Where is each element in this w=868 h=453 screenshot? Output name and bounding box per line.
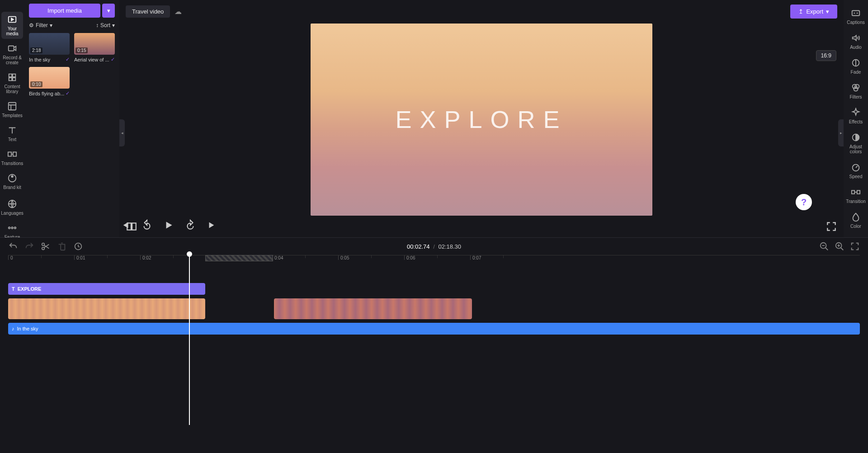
timeline-tracks: T EXPLORE ♪ In the sky xyxy=(8,265,860,335)
svg-rect-17 xyxy=(132,223,136,230)
split-button[interactable] xyxy=(41,241,51,251)
canvas-overlay-text: EXPLORE xyxy=(395,105,567,133)
prop-audio[interactable]: Audio xyxy=(845,29,867,53)
adjust-icon xyxy=(851,132,861,142)
collapse-left-panel[interactable]: ◂ xyxy=(119,119,125,146)
svg-rect-6 xyxy=(9,103,16,110)
svg-rect-2 xyxy=(9,74,12,77)
rail-label: Templates xyxy=(2,113,23,118)
media-item[interactable]: 0:10 Birds flying ab...✓ xyxy=(29,67,70,96)
svg-rect-3 xyxy=(13,74,15,77)
media-item[interactable]: 0:15 Aerial view of ...✓ xyxy=(74,33,115,62)
color-icon xyxy=(851,212,861,222)
media-thumbnail: 2:18 xyxy=(29,33,70,55)
sidebar-item-templates[interactable]: Templates xyxy=(1,99,23,121)
media-title: In the sky xyxy=(29,57,50,62)
aspect-ratio-badge[interactable]: 16:9 xyxy=(816,50,836,61)
prop-fade[interactable]: Fade xyxy=(845,54,867,78)
brand-icon xyxy=(7,173,17,183)
rail-label: Record & create xyxy=(1,55,23,65)
rail-label: Brand kit xyxy=(3,185,21,190)
compare-icon[interactable] xyxy=(126,221,137,232)
zoom-fit-button[interactable] xyxy=(850,241,860,251)
media-title: Birds flying ab... xyxy=(29,91,64,96)
audio-detach-button[interactable] xyxy=(73,241,83,251)
ruler-mark: 0:04 xyxy=(272,255,283,260)
svg-rect-8 xyxy=(13,152,16,156)
delete-button[interactable] xyxy=(57,241,67,251)
text-clip[interactable]: T EXPLORE xyxy=(8,283,205,295)
speed-icon xyxy=(851,162,861,172)
prop-speed[interactable]: Speed xyxy=(845,159,867,183)
sidebar-item-brand-kit[interactable]: Brand kit xyxy=(1,170,23,193)
flag-icon xyxy=(7,223,17,233)
playhead[interactable] xyxy=(189,255,190,425)
effects-icon xyxy=(851,108,861,118)
sidebar-item-languages[interactable]: Languages xyxy=(1,196,23,218)
skip-forward-button[interactable] xyxy=(206,219,218,231)
video-track xyxy=(8,298,860,319)
sidebar-item-record-create[interactable]: Record & create xyxy=(1,41,23,68)
filters-icon xyxy=(851,83,861,93)
text-track: T EXPLORE xyxy=(8,283,860,295)
video-canvas[interactable]: EXPLORE xyxy=(311,24,652,216)
svg-rect-5 xyxy=(13,78,15,80)
svg-point-24 xyxy=(853,165,859,171)
play-button[interactable] xyxy=(163,219,175,231)
redo-button[interactable] xyxy=(24,241,34,251)
captions-icon xyxy=(851,8,861,18)
prop-color[interactable]: Color xyxy=(845,208,867,232)
chevron-down-icon: ▾ xyxy=(826,8,829,15)
video-clip-2[interactable] xyxy=(274,298,472,319)
svg-rect-26 xyxy=(857,190,860,193)
check-icon: ✓ xyxy=(66,57,70,62)
export-button[interactable]: ↥ Export ▾ xyxy=(790,5,837,19)
svg-rect-4 xyxy=(9,78,12,80)
sidebar-item-text[interactable]: Text xyxy=(1,123,23,145)
prop-adjust-colors[interactable]: Adjust colors xyxy=(845,129,867,158)
total-time: 02:18.30 xyxy=(438,243,461,250)
music-icon: ♪ xyxy=(12,326,14,331)
gap-indicator[interactable] xyxy=(205,255,273,261)
sidebar-item-transitions[interactable]: Transitions xyxy=(1,146,23,169)
undo-button[interactable] xyxy=(8,241,18,251)
prop-captions[interactable]: Captions xyxy=(845,5,867,28)
sort-button[interactable]: ↕ Sort ▾ xyxy=(96,22,115,28)
prop-transition[interactable]: Transition xyxy=(845,184,867,208)
prop-label: Color xyxy=(850,224,861,229)
ruler-mark: 0:02 xyxy=(140,255,151,260)
zoom-in-button[interactable] xyxy=(835,241,844,251)
audio-clip[interactable]: ♪ In the sky xyxy=(8,323,860,335)
media-panel: Import media ▾ ⚙ Filter ▾ ↕ Sort ▾ 2:18 … xyxy=(24,0,119,237)
text-icon xyxy=(7,125,17,135)
ruler-mark: 0 xyxy=(8,255,13,260)
filter-label: Filter xyxy=(36,22,48,28)
svg-point-14 xyxy=(14,227,16,229)
video-clip-1[interactable] xyxy=(8,298,205,319)
filter-button[interactable]: ⚙ Filter ▾ xyxy=(29,22,52,28)
forward-button[interactable] xyxy=(184,219,196,231)
sidebar-item-content-library[interactable]: Content library xyxy=(1,70,23,97)
timeline-section: 00:02.74 / 02:18.30 00:010:020:030:040:0… xyxy=(0,237,868,453)
prop-effects[interactable]: Effects xyxy=(845,104,867,128)
templates-icon xyxy=(7,101,17,111)
import-media-dropdown[interactable]: ▾ xyxy=(102,4,115,18)
timeline-ruler[interactable]: 00:010:020:030:040:050:060:07 xyxy=(8,255,860,265)
prop-filters[interactable]: Filters xyxy=(845,79,867,103)
fullscreen-button[interactable] xyxy=(826,221,837,232)
media-duration: 2:18 xyxy=(30,47,42,53)
media-item[interactable]: 2:18 In the sky✓ xyxy=(29,33,70,62)
sidebar-item-your-media[interactable]: Your media xyxy=(1,12,23,39)
project-title[interactable]: Travel video xyxy=(126,5,170,18)
svg-point-22 xyxy=(854,87,858,91)
collapse-right-panel[interactable]: ▸ xyxy=(838,119,844,146)
import-media-button[interactable]: Import media xyxy=(29,4,100,18)
svg-rect-18 xyxy=(852,11,860,16)
help-button[interactable]: ? xyxy=(796,194,812,210)
rewind-button[interactable] xyxy=(141,219,153,231)
svg-rect-25 xyxy=(852,190,854,193)
transition-icon xyxy=(851,187,861,197)
upload-icon: ↥ xyxy=(798,8,803,15)
zoom-out-button[interactable] xyxy=(819,241,829,251)
chevron-down-icon: ▾ xyxy=(112,22,115,28)
